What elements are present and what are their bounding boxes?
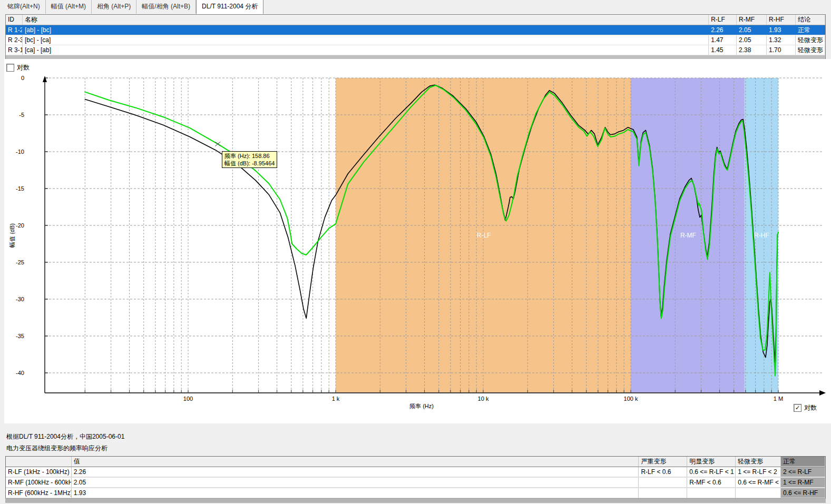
criteria-header-0 <box>6 457 72 467</box>
y-tick-label: -20 <box>16 222 24 229</box>
results-cell-r1c5: 轻微变形 <box>796 35 825 45</box>
x-tick-label: 10 k <box>478 396 489 402</box>
criteria-cell-r1c5: 1 <= R-MF <box>781 478 825 488</box>
results-cell-r0c3: 2.05 <box>737 25 767 35</box>
y-tick-label: -30 <box>16 296 24 302</box>
region-label-R-HF: R-HF <box>754 232 769 239</box>
results-header-2: R-LF <box>709 15 737 25</box>
results-table: ID名称R-LFR-MFR-HF结论R 1-2[ab] - [bc]2.262.… <box>5 14 826 60</box>
criteria-cell-r2c0: R-HF (600kHz - 1MHz) <box>6 488 72 498</box>
region-label-R-MF: R-MF <box>680 232 696 239</box>
y-axis-title: 幅值 (dB) <box>9 223 15 248</box>
results-header-3: R-MF <box>737 15 767 25</box>
y-tick-label: 0 <box>21 75 24 81</box>
tab-0[interactable]: 铭牌(Alt+N) <box>2 0 46 14</box>
results-cell-r1c1: [bc] - [ca] <box>23 35 709 45</box>
tooltip-amplitude: 幅值 (dB): -8.95464 <box>224 160 275 167</box>
analysis-note: 根据DL/T 911-2004分析，中国2005-06-01 <box>6 432 124 441</box>
results-header-4: R-HF <box>767 15 796 25</box>
criteria-table: 值严重变形明显变形轻微变形正常R-LF (1kHz - 100kHz)2.26R… <box>5 456 826 499</box>
cursor-marker-icon <box>215 142 220 146</box>
log-scale-checkbox-bottom[interactable]: ✓ 对数 <box>794 403 817 412</box>
criteria-cell-r0c4: 1 <= R-LF < 2 <box>736 467 781 477</box>
y-tick-label: -5 <box>19 112 24 118</box>
tab-1[interactable]: 幅值 (Alt+M) <box>46 0 92 14</box>
results-cell-r1c3: 2.05 <box>737 35 767 45</box>
criteria-cell-r1c3: R-MF < 0.6 <box>687 478 736 488</box>
tooltip-frequency: 频率 (Hz): 158.86 <box>224 152 275 160</box>
criteria-header-2: 严重变形 <box>639 457 687 467</box>
results-cell-r0c4: 1.93 <box>767 25 796 35</box>
results-cell-r0c5: 正常 <box>796 25 825 35</box>
tab-2[interactable]: 相角 (Alt+P) <box>92 0 136 14</box>
criteria-cell-r0c3: 0.6 <= R-LF < 1 <box>687 467 736 477</box>
cursor-tooltip: 频率 (Hz): 158.86 幅值 (dB): -8.95464 <box>222 151 277 168</box>
x-tick-label: 1 k <box>332 396 340 402</box>
results-cell-r2c2: 1.45 <box>709 45 737 55</box>
app-window: 铭牌(Alt+N)幅值 (Alt+M)相角 (Alt+P)幅值/相角 (Alt+… <box>0 0 831 504</box>
results-header-5: 结论 <box>796 15 825 25</box>
x-tick-label: 100 k <box>624 396 638 402</box>
criteria-cell-r2c3 <box>687 488 736 498</box>
y-tick-label: -25 <box>16 259 24 265</box>
y-tick-label: -35 <box>16 333 24 339</box>
horizontal-scrollbar[interactable] <box>5 498 826 503</box>
criteria-header-4: 轻微变形 <box>736 457 781 467</box>
results-cell-r1c0: R 2-3 <box>6 35 23 45</box>
criteria-cell-r0c5: 2 <= R-LF <box>781 467 825 477</box>
results-cell-r2c1: [ca] - [ab] <box>23 45 709 55</box>
x-axis-title: 频率 (Hz) <box>409 403 434 409</box>
criteria-cell-r1c1: 2.05 <box>72 478 639 488</box>
criteria-header-5: 正常 <box>781 457 825 467</box>
checkbox-checked-icon[interactable]: ✓ <box>794 404 801 412</box>
criteria-cell-r0c2: R-LF < 0.6 <box>639 467 687 477</box>
results-row-R1-2[interactable]: R 1-2[ab] - [bc]2.262.051.93正常 <box>6 25 825 35</box>
tab-3[interactable]: 幅值/相角 (Alt+B) <box>136 0 196 14</box>
y-tick-label: -15 <box>16 185 24 192</box>
x-axis-arrow-icon <box>819 390 826 396</box>
results-cell-r2c0: R 3-1 <box>6 45 23 55</box>
criteria-header-3: 明显变形 <box>687 457 736 467</box>
criteria-cell-r2c1: 1.93 <box>72 488 639 498</box>
criteria-cell-r1c4: 0.6 <= R-MF < 1 <box>736 478 781 488</box>
criteria-cell-r0c1: 2.26 <box>72 467 639 477</box>
results-header-0: ID <box>6 15 23 25</box>
checkbox-unchecked-icon[interactable] <box>6 64 14 72</box>
criteria-cell-r2c2 <box>639 488 687 498</box>
results-row-R3-1[interactable]: R 3-1[ca] - [ab]1.452.381.70轻微变形 <box>6 45 825 55</box>
analysis-title: 电力变压器绕组变形的频率响应分析 <box>6 444 107 453</box>
y-axis-arrow-icon <box>43 76 47 82</box>
log-scale-checkbox-top[interactable]: 对数 <box>6 63 30 72</box>
y-tick-label: -10 <box>16 149 24 155</box>
tab-bar: 铭牌(Alt+N)幅值 (Alt+M)相角 (Alt+P)幅值/相角 (Alt+… <box>2 0 263 14</box>
fra-frequency-response-chart: 0-5-10-15-20-25-30-35-401001 k10 k100 k1… <box>4 59 831 423</box>
region-label-R-LF: R-LF <box>477 232 491 239</box>
tab-4[interactable]: DL/T 911-2004 分析 <box>196 0 263 14</box>
criteria-cell-r2c5: 0.6 <= R-HF <box>781 488 825 498</box>
x-tick-label: 100 <box>183 396 193 402</box>
results-header-1: 名称 <box>23 15 709 25</box>
results-cell-r2c5: 轻微变形 <box>796 45 825 55</box>
checkbox-label: 对数 <box>804 403 817 412</box>
criteria-cell-r1c0: R-MF (100kHz - 600kHz) <box>6 478 72 488</box>
y-tick-label: -40 <box>16 370 24 376</box>
criteria-cell-r1c2 <box>639 478 687 488</box>
results-cell-r1c2: 1.47 <box>709 35 737 45</box>
results-cell-r1c4: 1.32 <box>767 35 796 45</box>
results-cell-r0c1: [ab] - [bc] <box>23 25 709 35</box>
chart-panel: 0-5-10-15-20-25-30-35-401001 k10 k100 k1… <box>4 59 831 423</box>
results-cell-r0c2: 2.26 <box>709 25 737 35</box>
x-tick-label: 1 M <box>774 396 783 402</box>
criteria-cell-r0c0: R-LF (1kHz - 100kHz) <box>6 467 72 477</box>
results-cell-r0c0: R 1-2 <box>6 25 23 35</box>
checkbox-label: 对数 <box>17 63 30 72</box>
criteria-cell-r2c4 <box>736 488 781 498</box>
results-cell-r2c3: 2.38 <box>737 45 767 55</box>
results-cell-r2c4: 1.70 <box>767 45 796 55</box>
criteria-header-1: 值 <box>72 457 639 467</box>
results-row-R2-3[interactable]: R 2-3[bc] - [ca]1.472.051.32轻微变形 <box>6 35 825 45</box>
